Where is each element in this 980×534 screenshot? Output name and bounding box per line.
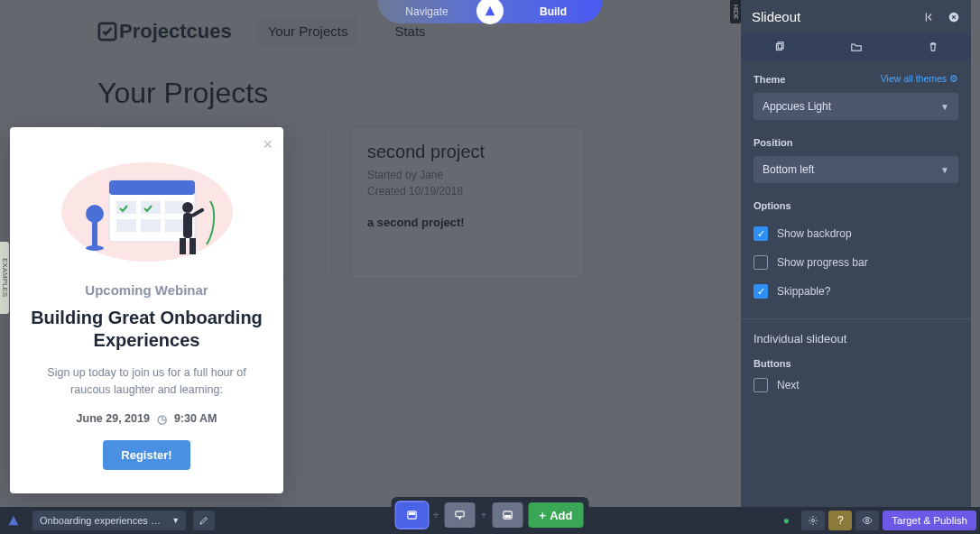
collapse-icon[interactable] (924, 11, 937, 23)
individual-heading: Individual slideout (741, 318, 971, 345)
option-skippable[interactable]: Skippable? (753, 284, 958, 299)
svg-rect-23 (456, 511, 464, 517)
svg-rect-6 (165, 201, 185, 214)
appcues-logo-icon (7, 514, 20, 527)
clock-icon: ◷ (157, 412, 167, 426)
svg-rect-22 (410, 513, 415, 515)
button-next-option[interactable]: Next (753, 378, 958, 392)
option-show-backdrop[interactable]: Show backdrop (753, 226, 958, 241)
step-toolbar: + + + Add (392, 497, 589, 533)
add-step-button[interactable]: + Add (529, 502, 584, 528)
bottom-right-actions: ● ? Target & Publish (774, 511, 980, 530)
checkbox-checked-icon (753, 284, 768, 299)
panel-tab-copy[interactable] (741, 33, 818, 60)
modal-date: June 29, 2019 (77, 412, 150, 426)
preview-button[interactable] (855, 511, 879, 530)
tooltip-step-icon (453, 509, 467, 521)
chevron-down-icon: ▼ (940, 165, 949, 175)
buttons-label: Buttons (753, 358, 958, 369)
settings-panel: Slideout Theme View all themes ⚙ Appcues… (741, 0, 971, 507)
chevron-down-icon: ▼ (940, 102, 949, 112)
panel-tabs (741, 33, 971, 60)
gear-icon (808, 515, 818, 526)
svg-rect-9 (165, 219, 185, 232)
modal-date-row: June 29, 2019 ◷ 9:30 AM (26, 412, 267, 426)
svg-point-14 (182, 202, 193, 213)
svg-rect-11 (92, 219, 97, 246)
chevron-down-icon: ▼ (171, 516, 179, 525)
checkbox-icon (753, 378, 768, 392)
modal-illustration (48, 149, 246, 266)
svg-rect-8 (141, 219, 161, 232)
modal-time: 9:30 AM (174, 412, 217, 426)
options-label: Options (753, 200, 791, 211)
mode-navigate[interactable]: Navigate (377, 5, 476, 18)
theme-value: Appcues Light (763, 100, 831, 113)
svg-rect-16 (190, 238, 196, 254)
view-themes-link[interactable]: View all themes ⚙ (881, 73, 958, 84)
eye-icon (861, 515, 874, 526)
hotspot-step-icon (501, 509, 515, 521)
modal-heading: Building Great Onboarding Experiences (26, 307, 267, 352)
svg-rect-7 (116, 219, 136, 232)
gear-icon: ⚙ (949, 73, 958, 84)
mode-switch: Navigate Build (377, 0, 603, 23)
mode-center-logo (476, 0, 504, 24)
svg-rect-25 (505, 516, 511, 518)
plus-icon: + (540, 509, 547, 522)
position-section: Position Bottom left ▼ (741, 124, 971, 187)
position-value: Bottom left (763, 163, 814, 176)
hide-panel-tab[interactable]: HIDE (730, 0, 741, 23)
status-ok-icon: ● (774, 511, 798, 530)
step-separator: + (481, 509, 487, 521)
svg-point-26 (812, 520, 815, 522)
step-tooltip-button[interactable] (445, 502, 476, 528)
appcues-logo-icon (484, 5, 496, 17)
modal-eyebrow: Upcoming Webinar (26, 282, 267, 298)
svg-rect-15 (180, 238, 186, 254)
step-modal-button[interactable] (397, 502, 428, 528)
mode-build[interactable]: Build (504, 5, 603, 18)
slideout-preview: × Upcoming Webinar Building Great Onboar… (10, 127, 283, 493)
option-show-progress[interactable]: Show progress bar (753, 255, 958, 270)
panel-tab-folder[interactable] (818, 33, 894, 60)
pencil-icon (199, 515, 209, 526)
help-button[interactable]: ? (828, 511, 852, 530)
step-separator: + (433, 509, 439, 521)
svg-point-27 (866, 520, 869, 522)
theme-select[interactable]: Appcues Light ▼ (753, 93, 958, 120)
theme-label: Theme (753, 74, 785, 85)
panel-title: Slideout (752, 9, 800, 24)
publish-button[interactable]: Target & Publish (883, 511, 976, 530)
modal-step-icon (405, 509, 420, 521)
checkbox-icon (753, 255, 768, 270)
flow-name: Onboarding experiences webi… (40, 515, 164, 526)
close-icon[interactable]: × (263, 136, 273, 152)
register-button[interactable]: Register! (103, 440, 190, 470)
svg-rect-19 (776, 44, 781, 51)
bottom-bar: Onboarding experiences webi… ▼ + + + Add… (0, 507, 980, 534)
svg-rect-13 (183, 213, 192, 238)
checkbox-checked-icon (753, 226, 768, 241)
svg-rect-20 (778, 42, 783, 49)
options-section: Options (741, 187, 971, 212)
settings-button[interactable] (801, 511, 825, 530)
theme-section: Theme View all themes ⚙ Appcues Light ▼ (741, 60, 971, 124)
examples-tab[interactable]: EXAMPLES (0, 242, 9, 314)
position-select[interactable]: Bottom left ▼ (753, 156, 958, 183)
step-hotspot-button[interactable] (493, 502, 523, 528)
svg-point-12 (86, 205, 104, 223)
appcues-logo-small[interactable] (0, 514, 27, 527)
close-panel-icon[interactable] (948, 11, 960, 23)
panel-tab-delete[interactable] (894, 33, 971, 60)
flow-name-dropdown[interactable]: Onboarding experiences webi… ▼ (32, 511, 186, 530)
modal-body: Sign up today to join us for a full hour… (26, 364, 267, 400)
position-label: Position (753, 137, 792, 148)
svg-rect-3 (109, 180, 195, 195)
edit-flow-button[interactable] (193, 511, 215, 530)
panel-header: Slideout (741, 0, 971, 33)
